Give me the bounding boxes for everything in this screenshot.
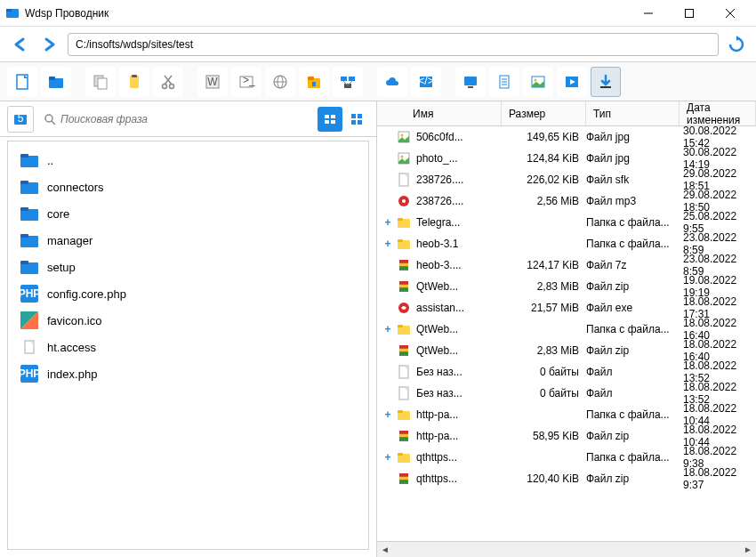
- file-name: QtWeb...: [413, 344, 502, 357]
- file-list[interactable]: 506c0fd...149,65 KiBФайл jpg30.08.2022 1…: [377, 126, 756, 541]
- file-type: Файл zip: [586, 430, 680, 442]
- video-button[interactable]: [557, 67, 587, 97]
- column-type[interactable]: Тип: [586, 101, 680, 125]
- file-row[interactable]: 238726....2,56 MiBФайл mp329.08.2022 18:…: [377, 190, 756, 212]
- terminal-button[interactable]: >_: [231, 67, 261, 97]
- new-file-button[interactable]: [7, 67, 37, 97]
- file-row[interactable]: http-pa...58,95 KiBФайл zip18.08.2022 10…: [377, 425, 756, 447]
- archive-icon: [395, 258, 413, 272]
- tree-item[interactable]: ..: [15, 147, 361, 174]
- tree-item[interactable]: core: [15, 200, 361, 227]
- column-size[interactable]: Размер: [502, 101, 586, 125]
- view-list-button[interactable]: [318, 107, 342, 132]
- file-row[interactable]: 238726....226,02 KiBФайл sfk29.08.2022 1…: [377, 169, 756, 190]
- wiki-button[interactable]: W: [197, 67, 228, 97]
- file-row[interactable]: 506c0fd...149,65 KiBФайл jpg30.08.2022 1…: [377, 126, 756, 148]
- file-row[interactable]: +heob-3.1Папка с файла...23.08.2022 8:59: [377, 233, 756, 254]
- svg-point-41: [535, 78, 537, 81]
- tree-item[interactable]: PHPindex.php: [15, 360, 361, 387]
- file-size: 124,17 KiB: [502, 259, 586, 271]
- new-folder-button[interactable]: [41, 67, 71, 97]
- maximize-button[interactable]: [669, 0, 710, 27]
- image-button[interactable]: [523, 67, 553, 97]
- network-button[interactable]: [333, 67, 363, 97]
- expand-icon[interactable]: +: [381, 216, 395, 229]
- file-row[interactable]: assistan...21,57 MiBФайл exe18.08.2022 1…: [377, 297, 756, 319]
- column-date[interactable]: Дата изменения: [680, 101, 756, 125]
- search-input[interactable]: [39, 108, 312, 131]
- file-type: Файл zip: [586, 280, 680, 293]
- file-row[interactable]: QtWeb...2,83 MiBФайл zip19.08.2022 19:19: [377, 276, 756, 297]
- folder-blue-icon: [19, 256, 40, 278]
- file-row[interactable]: Без наз...0 байтыФайл18.08.2022 13:52: [377, 383, 756, 404]
- svg-rect-10: [98, 78, 107, 89]
- scroll-left-icon[interactable]: ◄: [377, 542, 393, 558]
- expand-icon[interactable]: +: [381, 451, 395, 464]
- tree-item[interactable]: PHPconfig.core.php: [15, 280, 361, 307]
- svg-rect-85: [399, 263, 408, 266]
- globe-button[interactable]: [265, 67, 295, 97]
- expand-icon[interactable]: +: [381, 408, 395, 421]
- svg-text:PHP: PHP: [19, 287, 40, 300]
- file-size: 120,40 KiB: [502, 472, 586, 485]
- file-name: 238726....: [413, 195, 502, 207]
- file-row[interactable]: QtWeb...2,83 MiBФайл zip18.08.2022 16:40: [377, 340, 756, 361]
- file-type: Папка с файла...: [586, 323, 680, 335]
- svg-rect-55: [358, 120, 362, 125]
- file-icon: [19, 336, 40, 358]
- column-name[interactable]: Имя: [377, 101, 502, 125]
- download-button[interactable]: [591, 67, 621, 97]
- file-size: 58,95 KiB: [502, 430, 586, 442]
- address-input[interactable]: [68, 33, 719, 56]
- filter-button[interactable]: 5: [7, 106, 34, 133]
- svg-rect-53: [358, 114, 362, 118]
- file-row[interactable]: +qthttps...Папка с файла...18.08.2022 9:…: [377, 447, 756, 468]
- file-row[interactable]: photo_...124,84 KiBФайл jpg30.08.2022 14…: [377, 148, 756, 169]
- code-button[interactable]: </>: [411, 67, 441, 97]
- folder-icon: [395, 450, 413, 464]
- file-row[interactable]: +Telegra...Папка с файла...25.08.2022 9:…: [377, 212, 756, 233]
- scroll-right-icon[interactable]: ►: [740, 542, 756, 558]
- file-size: 226,02 KiB: [502, 174, 586, 186]
- folder-tree[interactable]: ..connectorscoremanagersetupPHPconfig.co…: [7, 141, 369, 550]
- horizontal-scrollbar[interactable]: ◄ ►: [377, 541, 756, 557]
- minimize-button[interactable]: [628, 0, 669, 27]
- view-grid-button[interactable]: [344, 107, 369, 132]
- file-row[interactable]: Без наз...0 байтыФайл18.08.2022 13:52: [377, 361, 756, 383]
- file-name: heob-3....: [413, 259, 502, 271]
- cut-button[interactable]: [153, 67, 183, 97]
- window-title: Wdsp Проводник: [25, 7, 628, 20]
- expand-icon[interactable]: +: [381, 323, 395, 335]
- svg-rect-63: [20, 234, 28, 238]
- file-type: Файл mp3: [586, 195, 680, 207]
- paste-button[interactable]: [119, 67, 149, 97]
- tree-item[interactable]: setup: [15, 254, 361, 280]
- svg-point-13: [163, 84, 167, 88]
- file-row[interactable]: +http-pa...Папка с файла...18.08.2022 10…: [377, 404, 756, 425]
- file-size: 2,56 MiB: [502, 195, 586, 207]
- file-row[interactable]: qthttps...120,40 KiBФайл zip18.08.2022 9…: [377, 468, 756, 489]
- copy-button[interactable]: [85, 67, 116, 97]
- tree-item[interactable]: manager: [15, 227, 361, 254]
- archive-button[interactable]: [299, 67, 329, 97]
- cloud-button[interactable]: [377, 67, 407, 97]
- refresh-button[interactable]: [724, 32, 749, 57]
- file-row[interactable]: +QtWeb...Папка с файла...18.08.2022 16:4…: [377, 319, 756, 340]
- svg-rect-34: [464, 77, 477, 85]
- svg-point-75: [401, 156, 404, 158]
- favicon-icon: [19, 310, 40, 331]
- forward-button[interactable]: [37, 32, 62, 57]
- file-row[interactable]: heob-3....124,17 KiBФайл 7z23.08.2022 8:…: [377, 254, 756, 276]
- tree-item[interactable]: ht.access: [15, 334, 361, 360]
- document-button[interactable]: [489, 67, 519, 97]
- tree-item[interactable]: favicon.ico: [15, 307, 361, 334]
- right-panel: Имя Размер Тип Дата изменения 506c0fd...…: [377, 101, 756, 557]
- close-button[interactable]: [710, 0, 751, 27]
- file-name: 506c0fd...: [413, 131, 502, 143]
- file-name: qthttps...: [413, 451, 502, 464]
- monitor-button[interactable]: [455, 67, 486, 97]
- expand-icon[interactable]: +: [381, 238, 395, 250]
- back-button[interactable]: [7, 32, 32, 57]
- tree-item[interactable]: connectors: [15, 174, 361, 200]
- svg-rect-59: [20, 181, 28, 184]
